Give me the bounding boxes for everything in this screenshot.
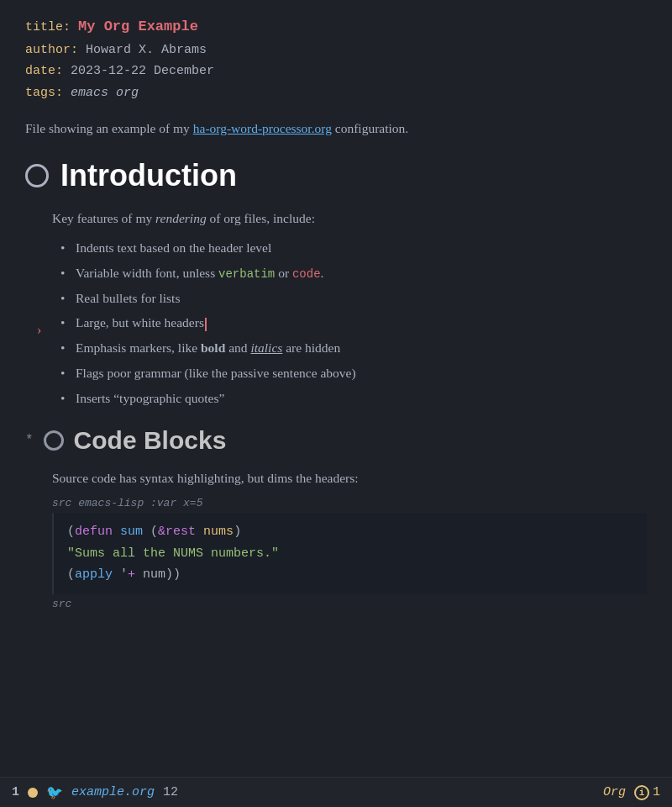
warning-count: 1 xyxy=(653,785,660,799)
section1-italic: rendering xyxy=(155,211,207,225)
list-item: Variable width font, unless verbatim or … xyxy=(60,263,647,284)
list-item: Indents text based on the header level xyxy=(60,238,647,259)
list-item: Emphasis markers, like bold and italics … xyxy=(60,338,647,359)
section1-heading: Introduction xyxy=(25,158,647,193)
meta-date-line: date: 2023-12-22 December xyxy=(25,61,647,82)
verbatim-text: verbatim xyxy=(218,267,275,281)
code-line-3: (apply '+ num)) xyxy=(67,564,633,586)
intro-paragraph: File showing an example of my ha-org-wor… xyxy=(25,119,647,140)
intro-link[interactable]: ha-org-word-processor.org xyxy=(193,121,332,135)
date-key: date: xyxy=(25,64,63,78)
section2-body: Source code has syntax highlighting, but… xyxy=(25,468,647,610)
code-line-1: (defun sum (&rest nums) xyxy=(67,521,633,543)
meta-title-line: title: My Org Example xyxy=(25,15,647,40)
code-block: (defun sum (&rest nums) "Sums all the NU… xyxy=(52,513,647,594)
section1-bullet-list: Indents text based on the header level V… xyxy=(52,238,647,409)
intro-before-link: File showing an example of my xyxy=(25,121,193,135)
list-item: Large, but white headers xyxy=(60,313,647,334)
status-mode: Org xyxy=(603,785,626,799)
status-bar: 1 🐦 example.org 12 Org i 1 xyxy=(0,777,672,807)
code-block-label: src emacs-lisp :var x=5 xyxy=(52,497,647,509)
metadata-block: title: My Org Example author: Howard X. … xyxy=(25,15,647,103)
code-section-intro: Source code has syntax highlighting, but… xyxy=(52,468,647,489)
status-right-section: Org i 1 xyxy=(603,785,660,800)
emacs-icon: 🐦 xyxy=(46,784,63,801)
code-line-2: "Sums all the NUMS numbers." xyxy=(67,543,633,565)
list-item: Flags poor grammar (like the passive sen… xyxy=(60,363,647,384)
status-dot-icon xyxy=(28,788,38,798)
date-value: 2023-12-22 December xyxy=(71,64,214,78)
section1-body: Key features of my rendering of org file… xyxy=(25,208,647,409)
warning-circle-icon: i xyxy=(634,785,649,800)
main-content: title: My Org Example author: Howard X. … xyxy=(0,0,672,777)
intro-after-link: configuration. xyxy=(332,121,408,135)
list-item: Inserts “typographic quotes” xyxy=(60,388,647,409)
section1-intro: Key features of my rendering of org file… xyxy=(52,208,647,229)
heading2-text: Code Blocks xyxy=(74,426,227,455)
code-block-end-label: src xyxy=(52,598,647,610)
title-key: title: xyxy=(25,20,71,34)
heading1-bullet-icon xyxy=(25,164,49,187)
author-key: author: xyxy=(25,43,78,57)
tags-key: tags: xyxy=(25,86,63,100)
section2-heading: * Code Blocks xyxy=(25,426,647,455)
tags-value: emacs org xyxy=(71,86,139,100)
code-inline-text: code xyxy=(292,267,321,281)
text-cursor xyxy=(205,318,207,331)
status-line-num: 1 xyxy=(12,785,19,799)
author-value: Howard X. Abrams xyxy=(86,43,207,57)
status-col: 12 xyxy=(163,785,178,799)
section1-body-rest: of org files, include: xyxy=(207,211,315,225)
status-warning: i 1 xyxy=(634,785,660,800)
heading1-text: Introduction xyxy=(60,158,237,193)
heading2-prefix: * xyxy=(25,433,34,448)
left-arrow-marker: › xyxy=(37,319,41,341)
list-item: Real bullets for lists xyxy=(60,288,647,309)
meta-author-line: author: Howard X. Abrams xyxy=(25,40,647,61)
italic-text: italics xyxy=(250,340,282,355)
section1-body-intro: Key features of my xyxy=(52,211,155,225)
title-value: My Org Example xyxy=(78,18,198,34)
status-filename: example.org xyxy=(71,785,155,799)
meta-tags-line: tags: emacs org xyxy=(25,82,647,104)
bold-text: bold xyxy=(201,340,225,355)
heading2-bullet-icon xyxy=(44,430,64,451)
